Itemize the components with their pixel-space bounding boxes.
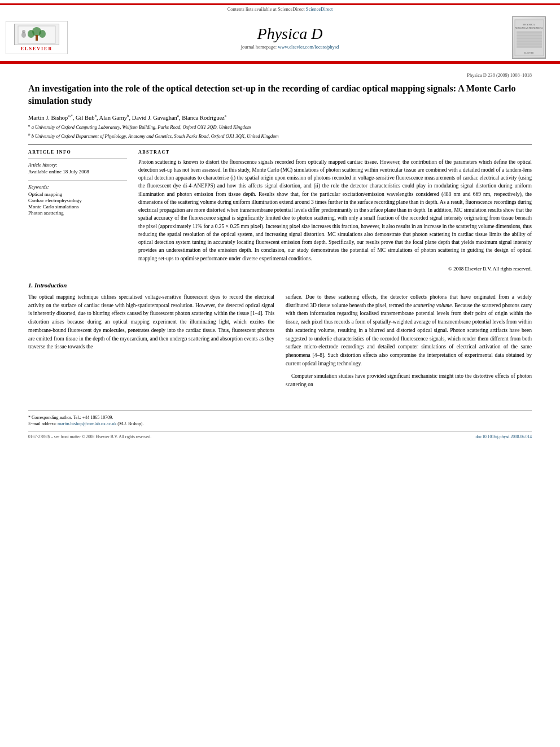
svg-text:ELSEVIER: ELSEVIER <box>524 52 533 54</box>
footnote-star: * Corresponding author. Tel.: +44 1865 1… <box>28 414 532 421</box>
author-bishop: Martin J. Bishop <box>28 114 68 120</box>
svg-point-2 <box>28 30 34 38</box>
section-1-para3: Computer simulation studies have provide… <box>286 372 532 388</box>
article-history-label: Article history: <box>28 162 127 168</box>
main-content: Physica D 238 (2009) 1008–1018 An invest… <box>0 64 560 405</box>
svg-text:NONLINEAR PHENOMENA: NONLINEAR PHENOMENA <box>515 27 543 29</box>
svg-point-3 <box>39 30 46 38</box>
journal-title-center: Physica D journal homepage: www.elsevier… <box>68 25 512 50</box>
article-history-section: Article history: Available online 18 Jul… <box>28 162 127 174</box>
section-1-para2: surface. Due to these scattering effects… <box>286 293 532 368</box>
keywords-label: Keywords: <box>28 184 127 190</box>
svg-rect-4 <box>36 35 38 41</box>
article-info-label: ARTICLE INFO <box>28 150 127 155</box>
keyword-2: Cardiac electrophysiology <box>28 198 127 203</box>
section-1-left: The optical mapping technique utilises s… <box>28 293 274 394</box>
info-abstract-section: ARTICLE INFO Article history: Available … <box>28 150 532 272</box>
section-1-body: The optical mapping technique utilises s… <box>28 293 532 394</box>
journal-header: Contents lists available at ScienceDirec… <box>0 0 560 64</box>
article-info-col: ARTICLE INFO Article history: Available … <box>28 150 127 272</box>
keyword-4: Photon scattering <box>28 210 127 216</box>
section-1-heading: 1. Introduction <box>28 282 532 289</box>
journal-name: Physica D <box>68 25 512 43</box>
footer-doi: doi:10.1016/j.physd.2008.06.014 <box>476 434 532 439</box>
physica-cover: PHYSICA NONLINEAR PHENOMENA ELSEVIER <box>512 16 549 59</box>
section-1: 1. Introduction The optical mapping tech… <box>28 282 532 394</box>
copyright-line: © 2008 Elsevier B.V. All rights reserved… <box>138 266 532 272</box>
svg-text:PHYSICA: PHYSICA <box>523 23 535 26</box>
journal-homepage: journal homepage: www.elsevier.com/locat… <box>68 44 512 50</box>
red-bottom-line <box>0 61 560 63</box>
elsevier-wordmark: ELSEVIER <box>21 46 53 51</box>
keyword-3: Monte Carlo simulations <box>28 204 127 209</box>
email-link[interactable]: martin.bishop@comlab.ox.ac.uk <box>58 421 116 426</box>
svg-point-6 <box>22 30 25 33</box>
sciencedirect-link[interactable]: ScienceDirect <box>306 6 333 12</box>
available-online: Available online 18 July 2008 <box>28 169 127 174</box>
article-title: An investigation into the role of the op… <box>28 82 532 108</box>
abstract-text: Photon scattering is known to distort th… <box>138 158 532 263</box>
info-mid-divider <box>28 180 127 181</box>
elsevier-logo-box <box>14 24 59 45</box>
abstract-label: ABSTRACT <box>138 150 532 155</box>
affiliation-a: a a University of Oxford Computing Labor… <box>28 123 532 131</box>
contents-label: Contents lists available at ScienceDirec… <box>228 6 305 12</box>
footer-bottom: 0167-2789/$ – see front matter © 2008 El… <box>28 431 532 439</box>
section-1-right: surface. Due to these scattering effects… <box>286 293 532 394</box>
affiliation-b: b b University of Oxford Department of P… <box>28 132 532 140</box>
journal-top-bar: Contents lists available at ScienceDirec… <box>0 5 560 14</box>
keywords-section: Keywords: Optical mapping Cardiac electr… <box>28 184 127 216</box>
keyword-1: Optical mapping <box>28 191 127 197</box>
info-top-divider <box>28 158 127 159</box>
homepage-link[interactable]: www.elsevier.com/locate/physd <box>278 44 339 50</box>
section-1-para1: The optical mapping technique utilises s… <box>28 293 274 351</box>
abstract-col: ABSTRACT Photon scattering is known to d… <box>138 150 532 272</box>
header-divider <box>28 145 532 145</box>
svg-rect-11 <box>517 31 542 48</box>
page-footer: * Corresponding author. Tel.: +44 1865 1… <box>28 410 532 439</box>
journal-banner: ELSEVIER Physica D journal homepage: www… <box>0 14 560 61</box>
volume-info: Physica D 238 (2009) 1008–1018 <box>28 72 532 78</box>
footnote-email: E-mail address: martin.bishop@comlab.ox.… <box>28 421 532 427</box>
authors-line: Martin J. Bishopa,*, Gil Bubb, Alan Garn… <box>28 113 532 121</box>
footer-license: 0167-2789/$ – see front matter © 2008 El… <box>28 434 151 439</box>
elsevier-logo: ELSEVIER <box>6 21 68 54</box>
